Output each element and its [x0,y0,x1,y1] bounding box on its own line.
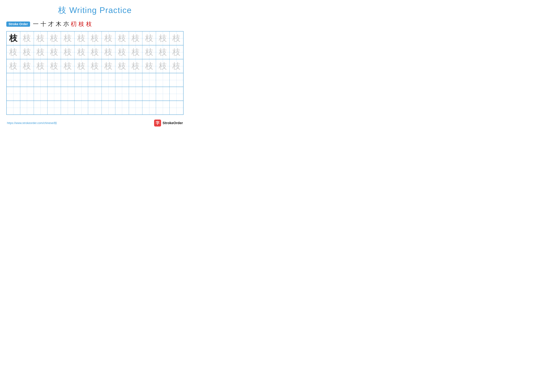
grid-cell[interactable] [7,87,20,100]
grid-cell[interactable] [115,101,129,114]
grid-cell[interactable] [156,87,170,100]
cell-character: 枝 [23,62,31,70]
grid-cell[interactable]: 枝 [129,59,143,73]
cell-character: 枝 [64,62,72,70]
grid-cell[interactable]: 枝 [115,31,129,45]
grid-cell[interactable]: 枝 [20,31,34,45]
grid-cell[interactable]: 枝 [129,45,143,59]
grid-cell[interactable] [74,101,88,114]
grid-cell[interactable]: 枝 [47,45,61,59]
stroke-order-badge: Stroke Order [6,21,30,27]
grid-cell[interactable] [20,101,34,114]
grid-cell[interactable]: 枝 [170,45,183,59]
grid-cell[interactable]: 枝 [170,31,183,45]
grid-cell[interactable]: 枝 [115,45,129,59]
grid-cell[interactable]: 枝 [129,31,143,45]
cell-character: 枝 [131,34,140,42]
stroke-step-3: 才 [48,20,54,28]
grid-cell[interactable] [102,73,115,87]
grid-cell[interactable] [61,101,74,114]
stroke-steps: 一 十 才 木 朩 朷 枝 枝 [33,20,92,28]
grid-cell[interactable] [142,87,156,100]
grid-cell[interactable]: 枝 [156,59,170,73]
grid-row: 枝枝枝枝枝枝枝枝枝枝枝枝枝 [7,45,183,59]
grid-cell[interactable] [115,73,129,87]
grid-row [7,101,183,114]
grid-cell[interactable]: 枝 [34,31,47,45]
grid-cell[interactable] [88,101,102,114]
cell-character: 枝 [23,34,31,42]
grid-cell[interactable]: 枝 [47,31,61,45]
grid-cell[interactable]: 枝 [115,59,129,73]
grid-cell[interactable] [47,73,61,87]
grid-cell[interactable]: 枝 [61,45,74,59]
grid-cell[interactable]: 枝 [61,31,74,45]
cell-character: 枝 [145,34,153,42]
grid-cell[interactable] [61,87,74,100]
grid-cell[interactable]: 枝 [74,45,88,59]
grid-cell[interactable]: 枝 [102,45,115,59]
grid-cell[interactable] [7,101,20,114]
grid-cell[interactable] [170,87,183,100]
grid-cell[interactable] [170,101,183,114]
grid-cell[interactable] [88,87,102,100]
grid-cell[interactable]: 枝 [88,31,102,45]
grid-cell[interactable] [142,101,156,114]
grid-cell[interactable]: 枝 [156,31,170,45]
grid-cell[interactable]: 枝 [74,59,88,73]
grid-cell[interactable]: 枝 [7,45,20,59]
grid-cell[interactable] [20,73,34,87]
grid-cell[interactable]: 枝 [88,45,102,59]
grid-cell[interactable] [156,101,170,114]
grid-cell[interactable] [34,101,47,114]
grid-cell[interactable]: 枝 [20,45,34,59]
grid-cell[interactable] [61,73,74,87]
grid-cell[interactable] [74,87,88,100]
grid-cell[interactable]: 枝 [142,59,156,73]
grid-cell[interactable] [156,73,170,87]
cell-character: 枝 [77,34,85,42]
grid-cell[interactable]: 枝 [88,59,102,73]
cell-character: 枝 [91,48,99,56]
grid-cell[interactable]: 枝 [142,31,156,45]
grid-cell[interactable]: 枝 [34,45,47,59]
grid-cell[interactable] [7,73,20,87]
cell-character: 枝 [145,48,153,56]
grid-cell[interactable]: 枝 [7,59,20,73]
grid-cell[interactable] [142,73,156,87]
stroke-step-4: 木 [56,20,61,28]
grid-cell[interactable] [115,87,129,100]
grid-cell[interactable] [170,73,183,87]
cell-character: 枝 [159,62,167,70]
grid-cell[interactable]: 枝 [61,59,74,73]
grid-cell[interactable] [34,87,47,100]
page-title: 枝 Writing Practice [6,5,183,16]
grid-cell[interactable]: 枝 [74,31,88,45]
cell-character: 枝 [64,48,72,56]
grid-cell[interactable]: 枝 [142,45,156,59]
cell-character: 枝 [118,48,126,56]
grid-cell[interactable]: 枝 [102,31,115,45]
cell-character: 枝 [118,34,126,42]
grid-cell[interactable] [20,87,34,100]
cell-character: 枝 [118,62,126,70]
grid-cell[interactable]: 枝 [7,31,20,45]
grid-cell[interactable] [47,101,61,114]
grid-cell[interactable] [74,73,88,87]
grid-cell[interactable] [34,73,47,87]
grid-cell[interactable] [129,87,143,100]
footer-url[interactable]: https://www.strokeorder.com/chinese/枝 [7,121,57,125]
grid-cell[interactable] [129,101,143,114]
grid-cell[interactable] [102,101,115,114]
grid-cell[interactable]: 枝 [102,59,115,73]
grid-cell[interactable]: 枝 [47,59,61,73]
cell-character: 枝 [159,34,167,42]
grid-cell[interactable]: 枝 [34,59,47,73]
grid-cell[interactable] [129,73,143,87]
grid-cell[interactable] [47,87,61,100]
grid-cell[interactable] [88,73,102,87]
grid-cell[interactable] [102,87,115,100]
grid-cell[interactable]: 枝 [20,59,34,73]
grid-cell[interactable]: 枝 [156,45,170,59]
grid-cell[interactable]: 枝 [170,59,183,73]
